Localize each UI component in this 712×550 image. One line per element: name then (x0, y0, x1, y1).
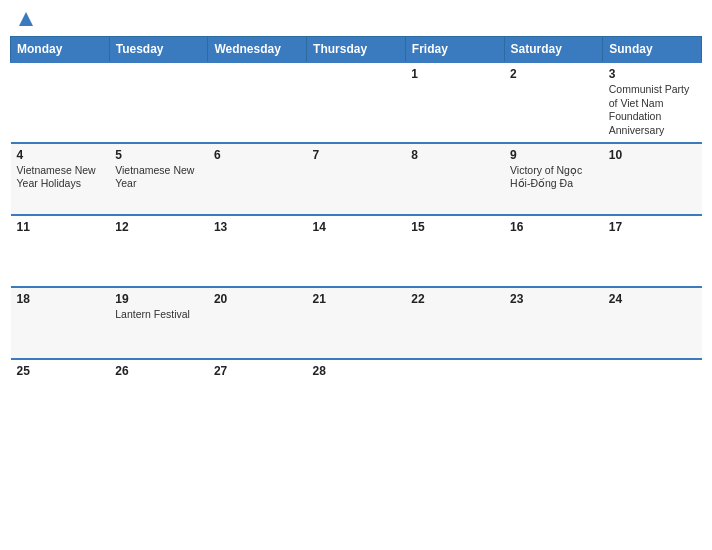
day-number: 23 (510, 292, 597, 306)
calendar-cell (307, 62, 406, 143)
day-number: 22 (411, 292, 498, 306)
calendar-event: Vietnamese New Year Holidays (17, 164, 104, 191)
day-number: 3 (609, 67, 696, 81)
calendar-cell: 8 (405, 143, 504, 215)
day-number: 1 (411, 67, 498, 81)
calendar-cell (208, 62, 307, 143)
day-number: 16 (510, 220, 597, 234)
day-number: 2 (510, 67, 597, 81)
calendar-cell: 25 (11, 359, 110, 414)
calendar-cell: 21 (307, 287, 406, 359)
day-number: 10 (609, 148, 696, 162)
calendar-cell: 19Lantern Festival (109, 287, 208, 359)
calendar-cell: 24 (603, 287, 702, 359)
day-number: 7 (313, 148, 400, 162)
day-number: 15 (411, 220, 498, 234)
logo-icon (17, 10, 35, 28)
day-number: 25 (17, 364, 104, 378)
calendar-cell (603, 359, 702, 414)
day-number: 21 (313, 292, 400, 306)
weekday-header-friday: Friday (405, 37, 504, 63)
page: MondayTuesdayWednesdayThursdayFridaySatu… (0, 0, 712, 550)
calendar-cell: 1 (405, 62, 504, 143)
day-number: 18 (17, 292, 104, 306)
calendar-cell: 27 (208, 359, 307, 414)
calendar-cell: 14 (307, 215, 406, 287)
calendar-event: Vietnamese New Year (115, 164, 202, 191)
calendar-cell: 6 (208, 143, 307, 215)
calendar-cell: 17 (603, 215, 702, 287)
calendar-cell: 23 (504, 287, 603, 359)
calendar-header-row: MondayTuesdayWednesdayThursdayFridaySatu… (11, 37, 702, 63)
calendar-cell: 11 (11, 215, 110, 287)
calendar-cell (11, 62, 110, 143)
calendar-cell: 3Communist Party of Viet Nam Foundation … (603, 62, 702, 143)
day-number: 14 (313, 220, 400, 234)
calendar-week-row: 11121314151617 (11, 215, 702, 287)
calendar-week-row: 123Communist Party of Viet Nam Foundatio… (11, 62, 702, 143)
weekday-header-tuesday: Tuesday (109, 37, 208, 63)
calendar-week-row: 4Vietnamese New Year Holidays5Vietnamese… (11, 143, 702, 215)
calendar-cell: 26 (109, 359, 208, 414)
day-number: 5 (115, 148, 202, 162)
weekday-header-sunday: Sunday (603, 37, 702, 63)
calendar-cell (109, 62, 208, 143)
calendar-cell: 2 (504, 62, 603, 143)
calendar-event: Victory of Ngọc Hồi-Đống Đa (510, 164, 597, 191)
calendar-week-row: 25262728 (11, 359, 702, 414)
day-number: 26 (115, 364, 202, 378)
calendar-cell: 13 (208, 215, 307, 287)
day-number: 4 (17, 148, 104, 162)
weekday-header-wednesday: Wednesday (208, 37, 307, 63)
day-number: 20 (214, 292, 301, 306)
calendar-event: Communist Party of Viet Nam Foundation A… (609, 83, 696, 138)
calendar-cell: 20 (208, 287, 307, 359)
calendar-cell: 12 (109, 215, 208, 287)
calendar-cell: 5Vietnamese New Year (109, 143, 208, 215)
header (10, 10, 702, 28)
calendar-cell: 15 (405, 215, 504, 287)
calendar-cell: 9Victory of Ngọc Hồi-Đống Đa (504, 143, 603, 215)
calendar-cell: 22 (405, 287, 504, 359)
weekday-header-monday: Monday (11, 37, 110, 63)
day-number: 12 (115, 220, 202, 234)
day-number: 19 (115, 292, 202, 306)
calendar-cell: 18 (11, 287, 110, 359)
logo (15, 10, 35, 28)
calendar-cell (504, 359, 603, 414)
weekday-header-saturday: Saturday (504, 37, 603, 63)
svg-marker-0 (19, 12, 33, 26)
day-number: 27 (214, 364, 301, 378)
calendar-cell: 28 (307, 359, 406, 414)
day-number: 24 (609, 292, 696, 306)
calendar-table: MondayTuesdayWednesdayThursdayFridaySatu… (10, 36, 702, 414)
day-number: 11 (17, 220, 104, 234)
day-number: 6 (214, 148, 301, 162)
calendar-event: Lantern Festival (115, 308, 202, 322)
day-number: 9 (510, 148, 597, 162)
calendar-cell (405, 359, 504, 414)
day-number: 28 (313, 364, 400, 378)
day-number: 13 (214, 220, 301, 234)
calendar-cell: 10 (603, 143, 702, 215)
calendar-cell: 7 (307, 143, 406, 215)
weekday-header-thursday: Thursday (307, 37, 406, 63)
calendar-cell: 4Vietnamese New Year Holidays (11, 143, 110, 215)
calendar-cell: 16 (504, 215, 603, 287)
day-number: 17 (609, 220, 696, 234)
calendar-week-row: 1819Lantern Festival2021222324 (11, 287, 702, 359)
day-number: 8 (411, 148, 498, 162)
